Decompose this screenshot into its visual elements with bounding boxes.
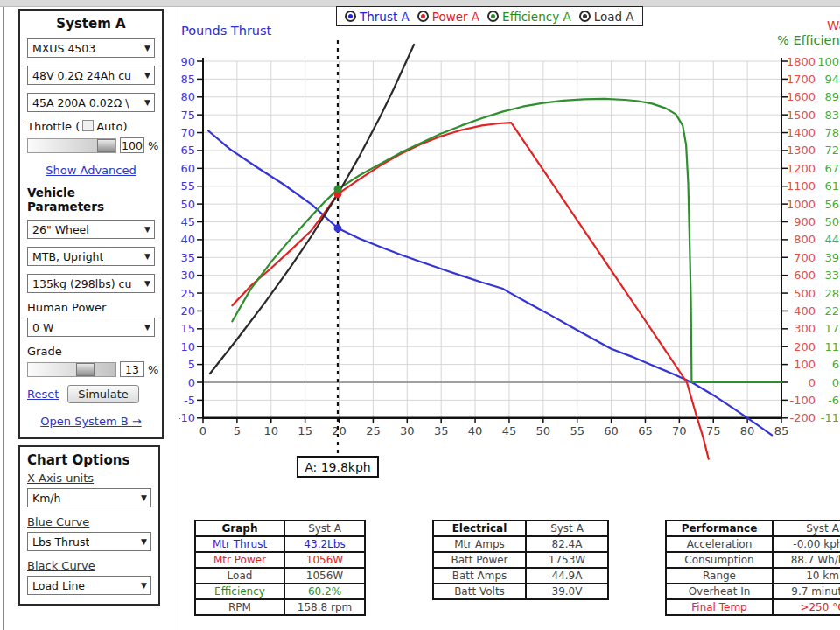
throttle-value-input[interactable]: 100 (120, 137, 144, 153)
show-advanced-link[interactable]: Show Advanced (46, 164, 136, 177)
y-left-axis-title: Pounds Thrust (181, 24, 272, 38)
table-row: Range10 km (666, 568, 840, 584)
y-left-tick-label: 0 (188, 376, 195, 389)
black-curve-label[interactable]: Black Curve (27, 559, 151, 572)
cursor-speed-label: A: 19.8kph (298, 457, 378, 477)
row-label: Mtr Amps (433, 536, 526, 552)
efficiency-tick-label: 72 (824, 144, 839, 157)
row-value: 10 km (773, 568, 840, 584)
grade-slider-row: 13 % (27, 361, 155, 377)
x-axis-tick-label: 75 (706, 424, 721, 438)
y-left-tick-label: 65 (180, 144, 195, 157)
left-edge-divider (4, 7, 4, 630)
weight-select[interactable]: 135kg (298lbs) cu ▼ (27, 274, 155, 293)
watts-tick-label: 200 (794, 340, 816, 354)
blue-curve-label[interactable]: Blue Curve (27, 515, 151, 528)
controller-select-value: 45A 200A 0.02Ω \ (32, 96, 129, 109)
table-header-row: ElectricalSyst A (433, 521, 608, 536)
efficiency-tick-label: 67 (824, 162, 839, 175)
battery-select-value: 48V 0.2Ω 24Ah cu (32, 69, 131, 82)
efficiency-tick-label: 83 (824, 108, 839, 122)
y-left-tick-label: -10 (179, 411, 195, 424)
table-row: Load1056W (195, 568, 365, 584)
table-header-cell: Syst A (526, 521, 608, 536)
efficiency-tick-label: 17 (824, 322, 839, 335)
throttle-label-row: Throttle (Auto) (27, 120, 155, 133)
table-row: Mtr Amps82.4A (433, 536, 608, 552)
watts-tick-label: 800 (794, 233, 816, 246)
grade-slider[interactable] (27, 362, 116, 377)
operating-point-marker (333, 186, 341, 193)
efficiency-tick-label: 78 (824, 126, 839, 139)
table-header-row: GraphSyst A (195, 521, 365, 536)
wheel-select[interactable]: 26" Wheel ▼ (27, 220, 155, 239)
table-header-row: PerformanceSyst A (666, 521, 840, 536)
battery-select[interactable]: 48V 0.2Ω 24Ah cu ▼ (27, 66, 155, 85)
row-value: 88.7 Wh/km (773, 552, 840, 568)
x-axis-tick-label: 15 (298, 424, 312, 438)
dropdown-arrow-icon: ▼ (144, 252, 150, 261)
x-axis-tick-label: 20 (332, 424, 346, 438)
x-axis-units-select[interactable]: Km/h ▼ (27, 488, 151, 508)
row-label: Efficiency (195, 584, 284, 599)
x-axis-units-select-value: Km/h (32, 492, 61, 505)
watts-tick-label: -200 (789, 411, 816, 424)
row-label: Mtr Power (195, 552, 284, 568)
efficiency-tick-label: 50 (824, 215, 839, 228)
y-left-tick-label: 10 (180, 340, 195, 354)
row-value: -0.00 kph/s (773, 536, 840, 552)
controller-select[interactable]: 45A 200A 0.02Ω \ ▼ (27, 93, 155, 112)
watts-tick-label: 500 (794, 287, 816, 300)
y-left-tick-label: 75 (180, 108, 195, 122)
grade-value-input[interactable]: 13 (120, 361, 144, 377)
dropdown-arrow-icon: ▼ (144, 98, 150, 107)
x-axis-tick-label: 85 (774, 424, 789, 438)
watts-tick-label: 1800 (787, 55, 816, 68)
blue-curve-select[interactable]: Lbs Thrust ▼ (27, 532, 151, 551)
throttle-slider-thumb[interactable] (97, 139, 116, 152)
x-axis-tick-label: 0 (200, 424, 206, 438)
x-axis-units-label[interactable]: X Axis units (27, 472, 151, 485)
table-row: Acceleration-0.00 kph/s (666, 536, 840, 552)
performance-table: PerformanceSyst AAcceleration-0.00 kph/s… (665, 520, 840, 616)
efficiency-tick-label: -6 (828, 394, 839, 407)
row-value: 9.7 minutes (773, 584, 840, 599)
throttle-slider[interactable] (27, 138, 116, 153)
reset-link[interactable]: Reset (27, 388, 59, 401)
simulate-button[interactable]: Simulate (67, 385, 138, 403)
weight-select-value: 135kg (298lbs) cu (32, 277, 131, 290)
watts-tick-label: 1500 (787, 108, 816, 122)
row-label: Range (666, 568, 773, 584)
performance-table-grid: PerformanceSyst AAcceleration-0.00 kph/s… (665, 520, 840, 616)
vehicle-parameters-title: Vehicle Parameters (27, 186, 155, 214)
grade-unit-label: % (148, 363, 158, 376)
blue-curve-select-value: Lbs Thrust (32, 536, 89, 549)
motor-select[interactable]: MXUS 4503 ▼ (27, 38, 155, 58)
efficiency-tick-label: 33 (824, 269, 839, 282)
sidebar-chart-divider (178, 7, 178, 630)
efficiency-axis-title: % Efficiency (777, 33, 840, 47)
y-left-tick-label: 30 (180, 269, 195, 282)
efficiency-tick-label: 100 (817, 55, 839, 68)
black-curve-select[interactable]: Load Line ▼ (27, 576, 151, 595)
watts-tick-label: 300 (794, 322, 816, 335)
watts-tick-label: 1100 (787, 179, 816, 192)
watts-tick-label: 1300 (787, 144, 816, 157)
throttle-auto-checkbox[interactable] (82, 120, 94, 131)
efficiency-tick-label: 44 (824, 233, 839, 246)
open-system-b-link[interactable]: Open System B → (40, 415, 141, 428)
x-axis-tick-label: 70 (672, 424, 687, 438)
efficiency-tick-label: 22 (824, 304, 839, 318)
watts-tick-label: 400 (794, 304, 816, 318)
chart-options-title: Chart Options (27, 452, 151, 468)
efficiency-tick-label: 94 (824, 73, 839, 86)
grade-slider-thumb[interactable] (76, 363, 94, 376)
row-value: 1056W (284, 552, 365, 568)
y-left-tick-label: 60 (180, 162, 195, 175)
row-value: >250 °C (773, 599, 840, 615)
human-power-select[interactable]: 0 W ▼ (27, 318, 155, 337)
table-row: Efficiency60.2% (195, 584, 365, 599)
riding-position-select[interactable]: MTB, Upright ▼ (27, 247, 155, 266)
row-value: 39.0V (526, 584, 608, 599)
throttle-unit-label: % (148, 139, 158, 152)
